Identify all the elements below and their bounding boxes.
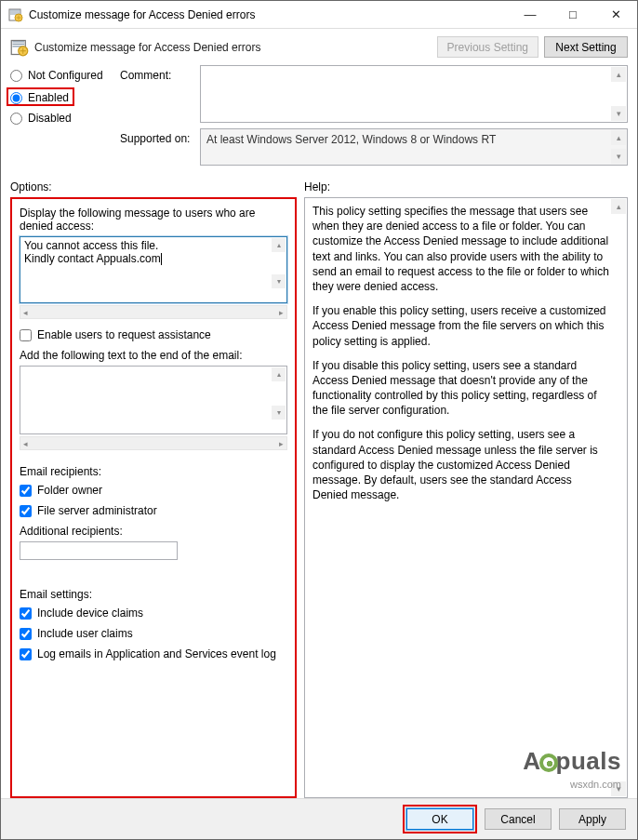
email-text-textarea[interactable]: ▴ ▾ [20, 366, 287, 434]
file-admin-label: File server administrator [37, 504, 157, 517]
appuals-o-icon [539, 753, 558, 772]
maximize-button[interactable]: □ [552, 1, 594, 29]
help-paragraph: If you enable this policy setting, users… [312, 303, 610, 349]
ok-button[interactable]: OK [406, 808, 473, 830]
header-row: Customize message for Access Denied erro… [1, 29, 637, 63]
scroll-up-icon[interactable]: ▴ [611, 199, 626, 214]
radio-enabled-input[interactable] [10, 92, 22, 104]
meta-column: Comment: ▴ ▾ Supported on: At least Wind… [120, 65, 628, 171]
hscroll-bar[interactable]: ◂▸ [20, 305, 287, 319]
panes: Display the following message to users w… [1, 197, 637, 798]
supported-label: Supported on: [120, 128, 200, 145]
state-radios: Not Configured Enabled Disabled [10, 65, 120, 171]
enable-request-input[interactable] [20, 329, 32, 341]
scroll-down-icon[interactable]: ▾ [611, 149, 626, 164]
radio-not-configured-label: Not Configured [28, 69, 103, 82]
watermark-brand: Apuals [523, 745, 621, 778]
watermark-site: wsxdn.com [523, 778, 621, 792]
close-button[interactable]: ✕ [594, 1, 637, 29]
supported-on-text: At least Windows Server 2012, Windows 8 … [200, 128, 628, 166]
next-setting-button[interactable]: Next Setting [544, 36, 628, 58]
apply-button[interactable]: Apply [559, 808, 626, 830]
help-label: Help: [304, 180, 628, 193]
radio-disabled[interactable]: Disabled [10, 112, 120, 125]
scroll-up-icon[interactable]: ▴ [272, 367, 286, 381]
folder-owner-checkbox[interactable]: Folder owner [20, 484, 287, 497]
device-claims-input[interactable] [20, 607, 32, 620]
radio-disabled-input[interactable] [10, 113, 22, 125]
options-label: Options: [10, 180, 304, 193]
help-paragraph: If you do not configure this policy sett… [312, 427, 610, 502]
options-pane: Display the following message to users w… [10, 197, 297, 798]
watermark-brand-post: puals [556, 747, 621, 775]
email-settings-label: Email settings: [20, 588, 287, 601]
help-pane: This policy setting specifies the messag… [304, 197, 628, 798]
scroll-up-icon[interactable]: ▴ [272, 238, 286, 252]
dialog-window: Customize message for Access Denied erro… [0, 0, 638, 840]
comment-label: Comment: [120, 65, 200, 82]
additional-recipients-label: Additional recipients: [20, 525, 287, 538]
ok-highlight: OK [403, 805, 477, 833]
minimize-button[interactable]: — [509, 1, 552, 29]
radio-enabled[interactable]: Enabled [10, 91, 69, 104]
file-admin-checkbox[interactable]: File server administrator [20, 504, 287, 517]
enable-request-checkbox[interactable]: Enable users to request assistance [20, 328, 287, 341]
cancel-button[interactable]: Cancel [485, 808, 552, 830]
folder-owner-input[interactable] [20, 485, 32, 497]
radio-not-configured[interactable]: Not Configured [10, 69, 120, 82]
header-title: Customize message for Access Denied erro… [34, 41, 432, 54]
help-paragraph: This policy setting specifies the messag… [312, 204, 610, 294]
user-claims-input[interactable] [20, 628, 32, 640]
radio-disabled-label: Disabled [28, 112, 72, 125]
window-title: Customize message for Access Denied erro… [29, 8, 509, 21]
display-message-value: You cannot access this file. Kindly cont… [24, 239, 161, 265]
log-emails-label: Log emails in Application and Services e… [37, 647, 276, 660]
comment-textarea[interactable]: ▴ ▾ [200, 65, 628, 123]
scroll-down-icon[interactable]: ▾ [272, 274, 286, 288]
section-headers: Options: Help: [1, 171, 637, 197]
display-message-textarea[interactable]: You cannot access this file. Kindly cont… [20, 236, 287, 303]
hscroll-bar[interactable]: ◂▸ [20, 436, 287, 450]
user-claims-label: Include user claims [37, 627, 133, 640]
watermark-brand-pre: A [523, 747, 540, 775]
device-claims-checkbox[interactable]: Include device claims [20, 607, 287, 620]
user-claims-checkbox[interactable]: Include user claims [20, 627, 287, 640]
policy-icon [8, 7, 23, 22]
supported-on-value: At least Windows Server 2012, Windows 8 … [206, 133, 496, 146]
watermark: Apuals wsxdn.com [523, 745, 621, 792]
state-section: Not Configured Enabled Disabled Comment:… [1, 63, 637, 171]
help-paragraph: If you disable this policy setting, user… [312, 358, 610, 419]
device-claims-label: Include device claims [37, 607, 143, 620]
policy-icon [10, 38, 29, 57]
log-emails-checkbox[interactable]: Log emails in Application and Services e… [20, 647, 287, 660]
additional-recipients-input[interactable] [20, 541, 178, 560]
recipients-label: Email recipients: [20, 465, 287, 478]
file-admin-input[interactable] [20, 505, 32, 517]
email-text-label: Add the following text to the end of the… [20, 349, 287, 362]
scroll-up-icon[interactable]: ▴ [611, 130, 626, 145]
folder-owner-label: Folder owner [37, 484, 102, 497]
scroll-down-icon[interactable]: ▾ [272, 406, 286, 420]
radio-not-configured-input[interactable] [10, 70, 22, 82]
dialog-footer: OK Cancel Apply [1, 798, 637, 839]
log-emails-input[interactable] [20, 648, 32, 660]
scroll-up-icon[interactable]: ▴ [611, 67, 626, 82]
enable-request-label: Enable users to request assistance [37, 328, 211, 341]
enabled-highlight: Enabled [7, 87, 74, 106]
titlebar: Customize message for Access Denied erro… [1, 1, 637, 29]
radio-enabled-label: Enabled [28, 91, 69, 104]
display-message-label: Display the following message to users w… [20, 207, 287, 233]
scroll-down-icon[interactable]: ▾ [611, 781, 626, 796]
scroll-down-icon[interactable]: ▾ [611, 106, 626, 121]
previous-setting-button[interactable]: Previous Setting [437, 36, 538, 58]
